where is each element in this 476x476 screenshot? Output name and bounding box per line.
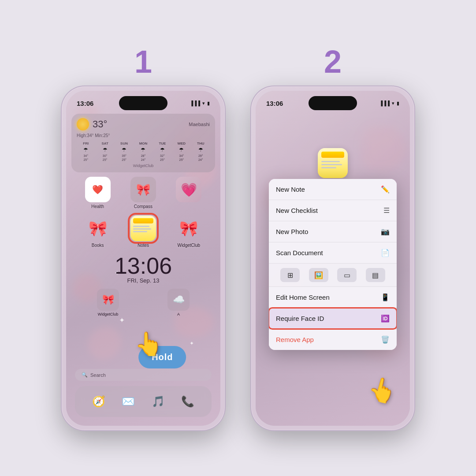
books-app-icon[interactable]: 🎀 bbox=[85, 216, 111, 241]
heart-compact-icon[interactable]: 💗 bbox=[176, 177, 201, 202]
books-app[interactable]: 🎀 Books bbox=[82, 216, 113, 248]
wallpaper-2: 13:06 ▐▐▐ ▾ ▮ bbox=[256, 91, 410, 426]
context-menu: New Note ✏️ New Checklist ☰ New Photo 📷 bbox=[269, 179, 397, 350]
menu-scan-doc-label: Scan Document bbox=[276, 249, 323, 257]
notes-app[interactable]: Notes bbox=[128, 216, 159, 248]
sparkle-2: ✦ bbox=[119, 316, 125, 324]
phone-1-screen: 13:06 ▐▐▐ ▾ ▮ 33° Maebashi bbox=[66, 91, 220, 426]
status-icons-2: ▐▐▐ ▾ ▮ bbox=[379, 100, 399, 106]
wifi-icon-1: ▾ bbox=[202, 100, 205, 106]
notes-app-large-icon bbox=[318, 148, 348, 178]
menu-item-new-checklist[interactable]: New Checklist ☰ bbox=[269, 200, 397, 221]
dock-1: 🔍 Search 🧭 ✉️ 🎵 📞 bbox=[66, 364, 220, 426]
menu-remove-app-icon: 🗑️ bbox=[381, 335, 390, 344]
menu-icon-list[interactable]: ▤ bbox=[366, 268, 385, 282]
menu-edit-home-label: Edit Home Screen bbox=[276, 294, 330, 301]
weather-day-wed: WED ☂ 34°25° bbox=[172, 141, 190, 162]
menu-scan-doc-icon: 📄 bbox=[381, 249, 390, 257]
widgetclub-app-icon[interactable]: 🎀 bbox=[176, 216, 201, 241]
menu-item-edit-home[interactable]: Edit Home Screen 📱 bbox=[269, 287, 397, 308]
notes-line-2 bbox=[321, 164, 342, 165]
notes-line-1 bbox=[321, 161, 340, 162]
clock-display: 13:06 FRI, Sep. 13 bbox=[66, 252, 220, 286]
menu-item-new-photo[interactable]: New Photo 📷 bbox=[269, 221, 397, 242]
app-row-1: ✦ ❤️ Health 🎀 Compass bbox=[66, 172, 220, 209]
compass-app-icon[interactable]: 🎀 bbox=[130, 177, 156, 202]
books-app-label: Books bbox=[92, 243, 104, 248]
weather-days: FRI ☂ 34°25° SAT ☂ 30°25° SUN bbox=[77, 141, 210, 162]
tap-cursor-hand: 👆 bbox=[134, 331, 163, 357]
weather-day-tue: TUE ☂ 32°25° bbox=[153, 141, 171, 162]
phone-2: 13:06 ▐▐▐ ▾ ▮ bbox=[251, 86, 414, 430]
menu-icon-photo[interactable]: 🖼️ bbox=[309, 268, 328, 282]
health-app-label: Health bbox=[91, 204, 104, 209]
weather-location: Maebashi bbox=[189, 122, 210, 127]
icloud-mini-icon[interactable]: ☁️ bbox=[167, 289, 190, 311]
weather-top: 33° Maebashi bbox=[77, 118, 210, 130]
weather-widget: 33° Maebashi High:34° Min:25° FRI ☂ 34°2… bbox=[71, 114, 215, 172]
battery-icon-2: ▮ bbox=[397, 100, 399, 106]
menu-item-scan-doc[interactable]: Scan Document 📄 bbox=[269, 242, 397, 264]
widgetclub-app[interactable]: 🎀 WidgetClub bbox=[173, 216, 204, 248]
dock-compass[interactable]: 🧭 bbox=[88, 390, 110, 413]
weather-day-fri: FRI ☂ 34°25° bbox=[77, 141, 95, 162]
notes-icon-large bbox=[318, 148, 348, 178]
widgetclub-app-label: WidgetClub bbox=[177, 243, 200, 248]
menu-new-checklist-label: New Checklist bbox=[276, 207, 318, 214]
dynamic-island-1 bbox=[119, 96, 167, 110]
sparkle-3: ✦ bbox=[190, 340, 194, 346]
weather-day-sun: SUN ☂ 35°25° bbox=[115, 141, 133, 162]
menu-require-faceid-label: Require Face ID bbox=[276, 315, 324, 322]
menu-new-checklist-icon: ☰ bbox=[383, 206, 390, 215]
wifi-icon-2: ▾ bbox=[392, 100, 394, 106]
widgetclub-mini-icon[interactable]: 🎀 bbox=[97, 289, 119, 311]
menu-require-faceid-icon: 🆔 bbox=[381, 314, 390, 323]
app-row-2: 🎀 Books bbox=[66, 213, 220, 248]
menu-icon-row: ⊞ 🖼️ ▭ ▤ bbox=[269, 264, 397, 287]
search-bar-icon: 🔍 bbox=[82, 372, 88, 378]
status-time-2: 13:06 bbox=[266, 100, 283, 107]
menu-icon-grid[interactable]: ⊞ bbox=[280, 268, 300, 282]
weather-day-thu: THU ☂ 29°24° bbox=[192, 141, 210, 162]
phone-2-screen: 13:06 ▐▐▐ ▾ ▮ bbox=[256, 91, 410, 426]
wallpaper-1: 13:06 ▐▐▐ ▾ ▮ 33° Maebashi bbox=[66, 91, 220, 426]
battery-icon-1: ▮ bbox=[207, 100, 210, 106]
main-container: 1 bbox=[0, 0, 476, 476]
status-time-1: 13:06 bbox=[77, 100, 93, 107]
menu-edit-home-icon: 📱 bbox=[381, 293, 390, 301]
search-bar[interactable]: 🔍 Search bbox=[75, 369, 212, 381]
step-2-section: 2 bbox=[251, 46, 414, 430]
notes-line-3 bbox=[321, 167, 336, 168]
dock-mail[interactable]: ✉️ bbox=[117, 390, 139, 413]
menu-remove-app-label: Remove App bbox=[276, 336, 314, 343]
dock-phone[interactable]: 📞 bbox=[177, 390, 199, 413]
health-app-icon[interactable]: ❤️ bbox=[85, 177, 111, 202]
signal-icon-2: ▐▐▐ bbox=[379, 100, 390, 106]
health-app[interactable]: ❤️ Health bbox=[82, 177, 113, 209]
menu-new-note-icon: ✏️ bbox=[381, 185, 390, 193]
notes-app-icon[interactable] bbox=[130, 216, 156, 241]
heart-compact-app[interactable]: 💗 bbox=[173, 177, 204, 209]
menu-new-photo-icon: 📷 bbox=[381, 227, 390, 236]
mini-apps-row: 🎀 WidgetClub ☁️ A bbox=[66, 289, 220, 316]
dynamic-island-2 bbox=[309, 96, 357, 110]
widgetclub-mini[interactable]: 🎀 WidgetClub bbox=[97, 289, 119, 316]
widget-club-label-1: WidgetClub bbox=[77, 164, 210, 168]
menu-new-photo-label: New Photo bbox=[276, 228, 308, 235]
step-1-section: 1 bbox=[62, 46, 225, 430]
clock-time: 13:06 bbox=[66, 254, 220, 277]
notes-icon-wrapper bbox=[130, 216, 156, 241]
icloud-mini[interactable]: ☁️ A bbox=[167, 289, 190, 316]
menu-item-require-faceid[interactable]: Require Face ID 🆔 bbox=[269, 308, 397, 329]
weather-high-low: High:34° Min:25° bbox=[77, 133, 210, 138]
compass-app-label: Compass bbox=[134, 204, 152, 209]
notes-app-label: Notes bbox=[138, 243, 149, 248]
step-2-number: 2 bbox=[324, 46, 342, 78]
compass-app[interactable]: 🎀 Compass bbox=[128, 177, 159, 209]
dock-music[interactable]: 🎵 bbox=[147, 390, 169, 413]
menu-item-remove-app[interactable]: Remove App 🗑️ bbox=[269, 329, 397, 350]
menu-icon-card[interactable]: ▭ bbox=[337, 268, 357, 282]
menu-item-new-note[interactable]: New Note ✏️ bbox=[269, 179, 397, 200]
weather-temperature: 33° bbox=[93, 119, 107, 130]
menu-new-note-label: New Note bbox=[276, 186, 305, 193]
